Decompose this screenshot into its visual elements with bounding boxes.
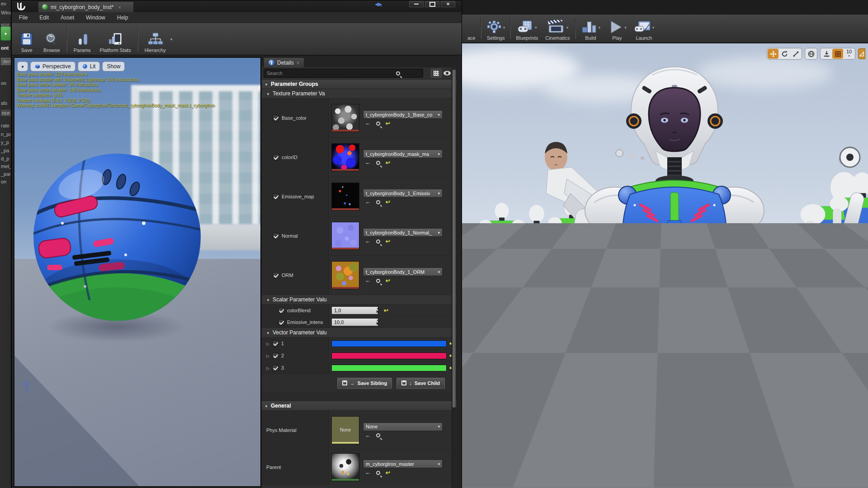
robot-actors[interactable] (462, 43, 868, 488)
override-checkbox[interactable] (273, 115, 279, 121)
chevron-down-icon[interactable] (535, 25, 537, 30)
override-checkbox[interactable] (278, 319, 284, 325)
browse-to-asset-icon[interactable] (376, 239, 380, 244)
viewport-options-button[interactable] (17, 61, 28, 71)
asset-dropdown[interactable]: t_cyborgIronBody_mask_ma (363, 150, 443, 158)
lit-button[interactable]: Lit (78, 61, 100, 71)
browse-to-asset-icon[interactable] (376, 161, 380, 165)
chevron-down-icon[interactable] (503, 25, 505, 30)
color-swatch[interactable] (331, 352, 447, 359)
level-viewport[interactable]: 10 (462, 43, 868, 488)
use-selected-icon[interactable] (365, 433, 371, 438)
scalar-value-input[interactable] (331, 318, 378, 326)
chevron-down-icon[interactable]: ▾ (170, 37, 173, 42)
texture-thumbnail[interactable] (331, 143, 359, 171)
phys-material-dropdown[interactable]: None (363, 422, 443, 431)
override-checkbox[interactable] (272, 365, 278, 371)
browse-button[interactable]: Browse (39, 25, 65, 54)
move-tool-button[interactable] (768, 49, 778, 59)
scale-tool-button[interactable] (790, 49, 801, 59)
chevron-down-icon[interactable] (652, 25, 655, 30)
section-parameter-groups[interactable]: Parameter Groups (262, 80, 457, 89)
reset-to-default-icon[interactable] (386, 278, 390, 283)
expander-icon[interactable] (266, 365, 269, 371)
menu-window[interactable]: Window (86, 14, 105, 21)
texture-thumbnail[interactable] (331, 222, 359, 250)
browse-to-asset-icon[interactable] (376, 122, 380, 126)
browse-to-asset-icon[interactable] (376, 279, 380, 283)
surface-snap-button[interactable] (821, 49, 832, 59)
browse-to-asset-icon[interactable] (376, 433, 380, 437)
display-filter-button[interactable] (431, 69, 442, 78)
reset-to-default-icon[interactable] (386, 200, 390, 204)
use-selected-icon[interactable] (365, 278, 371, 283)
override-checkbox[interactable] (273, 193, 279, 200)
window-titlebar[interactable]: mi_cyborgIron_body_Inst* (12, 0, 462, 12)
launch-button[interactable]: Launch (630, 15, 658, 42)
texture-thumbnail[interactable] (331, 261, 359, 289)
blueprints-button[interactable]: Blueprints (512, 15, 542, 42)
tab-close-icon[interactable] (118, 5, 121, 10)
show-button[interactable]: Show (102, 61, 125, 71)
browse-to-asset-icon[interactable] (376, 200, 380, 204)
tutorial-icon[interactable] (374, 2, 382, 9)
use-selected-icon[interactable] (365, 160, 371, 165)
asset-tab[interactable]: mi_cyborgIron_body_Inst* (38, 1, 134, 12)
perspective-button[interactable]: Perspective (30, 61, 75, 71)
chevron-down-icon[interactable] (566, 25, 569, 30)
details-scrollbar[interactable] (452, 68, 456, 488)
add-new-button-partial[interactable] (0, 26, 11, 41)
parent-material-thumbnail[interactable] (331, 453, 359, 481)
maximize-button[interactable] (425, 1, 439, 7)
build-button[interactable]: Build (577, 15, 604, 42)
override-checkbox[interactable] (273, 233, 279, 239)
world-space-button[interactable] (806, 49, 816, 59)
minimize-button[interactable] (409, 1, 424, 7)
use-selected-icon[interactable] (365, 200, 371, 204)
override-checkbox[interactable] (273, 272, 279, 278)
menu-help[interactable]: Help (117, 14, 128, 21)
scrollbar-thumb[interactable] (453, 70, 456, 408)
platform-stats-button[interactable]: Platform Stats (95, 25, 136, 54)
section-scalar-parameters[interactable]: Scalar Parameter Valu (262, 295, 457, 305)
preview-sphere[interactable] (31, 151, 203, 324)
override-checkbox[interactable] (273, 154, 279, 160)
rotate-tool-button[interactable] (779, 49, 790, 59)
asset-dropdown[interactable]: t_cyborgIronBody_1_Emissiv (363, 189, 443, 197)
tab-close-icon[interactable] (297, 60, 299, 66)
override-checkbox[interactable] (278, 307, 284, 314)
asset-dropdown[interactable]: t_cyborgIronBody_1_Normal_ (363, 228, 443, 237)
menu-asset[interactable]: Asset (61, 14, 74, 21)
params-button[interactable]: Params (69, 25, 95, 54)
save-child-button[interactable]: Save Child (396, 378, 445, 389)
phys-material-thumbnail[interactable]: None (331, 416, 359, 444)
override-checkbox[interactable] (272, 340, 278, 347)
override-checkbox[interactable] (272, 352, 278, 359)
chevron-down-icon[interactable] (624, 25, 627, 30)
reset-to-default-icon[interactable] (386, 160, 390, 165)
close-button[interactable] (441, 1, 455, 7)
grid-snap-value[interactable]: 10 (844, 49, 854, 59)
texture-thumbnail[interactable] (331, 183, 359, 211)
settings-button[interactable]: Settings (483, 15, 509, 42)
reset-to-default-icon[interactable] (386, 470, 390, 475)
grid-snap-button[interactable] (832, 49, 843, 59)
rotation-snap-button-partial[interactable] (858, 48, 865, 59)
asset-dropdown[interactable]: t_cyborgIronBody_1_Base_co (363, 110, 443, 119)
section-texture-parameters[interactable]: Texture Parameter Va (262, 89, 457, 99)
browse-to-asset-icon[interactable] (376, 471, 380, 475)
use-selected-icon[interactable] (365, 121, 371, 126)
chevron-down-icon[interactable] (599, 25, 601, 30)
toolbar-marketplace-partial[interactable]: ace (464, 15, 479, 42)
expander-icon[interactable] (266, 353, 269, 358)
parent-material-dropdown[interactable]: m_cyborgIron_master (363, 460, 443, 468)
texture-thumbnail[interactable] (331, 104, 359, 132)
color-swatch[interactable] (331, 340, 447, 347)
play-button[interactable]: Play (604, 15, 630, 42)
hierarchy-button[interactable]: Hierarchy (140, 31, 170, 54)
drag-slider-icon[interactable] (376, 319, 380, 325)
central-robot[interactable] (570, 67, 780, 488)
menu-file[interactable]: File (19, 14, 28, 21)
reset-to-default-icon[interactable] (386, 121, 390, 126)
use-selected-icon[interactable] (365, 470, 371, 475)
